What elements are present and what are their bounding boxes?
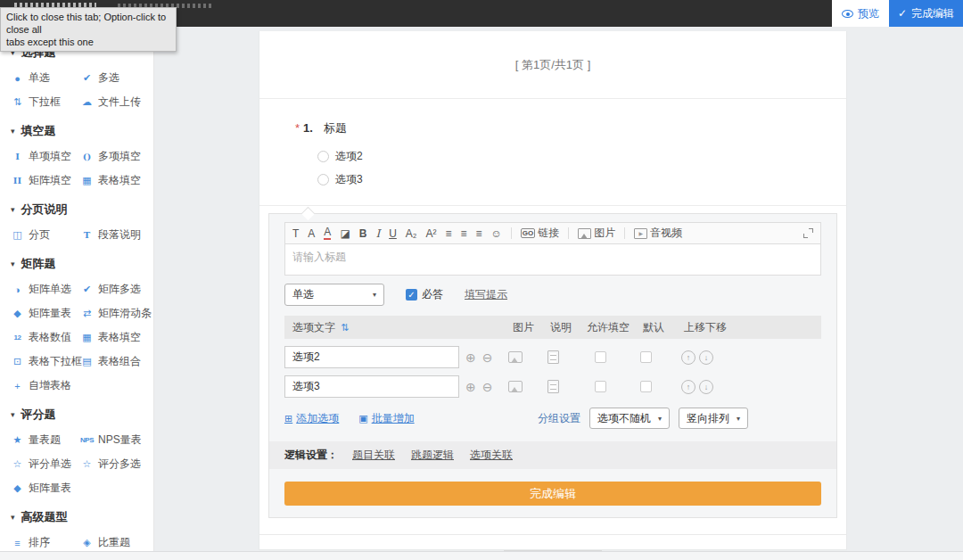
option-random-select[interactable]: 选项不随机 ▾ [589,408,670,429]
radio-icon[interactable] [317,151,329,162]
batch-add-link[interactable]: ▣ 批量增加 [358,411,414,426]
finish-edit-button-top[interactable]: ✓ 完成编辑 [889,0,963,27]
sidebar-item-matrix-slider[interactable]: ⇄ 矩阵滑动条 [80,306,152,321]
remove-row-icon[interactable]: ⊖ [482,351,493,364]
question-title-input[interactable] [284,243,821,276]
sidebar-item-table-dropdown[interactable]: ⊡ 表格下拉框 [11,354,78,369]
sidebar-item-sort[interactable]: ≡ 排序 [11,535,78,550]
bold-icon[interactable]: B [359,228,367,239]
table-blank-icon: ▦ [80,175,94,186]
fill-hint-link[interactable]: 填写提示 [465,287,507,302]
section-header-page[interactable]: ▾ 分页说明 [11,202,144,218]
move-down-icon[interactable]: ↓ [699,350,713,365]
sidebar-item-matrix-scale[interactable]: ◆ 矩阵量表 [11,306,78,321]
sidebar-item-matrix-multi[interactable]: ✔ 矩阵多选 [80,282,152,297]
sidebar-item-paragraph-note[interactable]: T 段落说明 [80,227,144,243]
option-layout-select[interactable]: 竖向排列 ▾ [679,408,748,429]
add-row-icon[interactable]: ⊕ [465,381,476,393]
italic-icon[interactable]: I [375,228,380,239]
options-table-header: 选项文字 ⇅ 图片 说明 允许填空 默认 上移下移 [284,316,821,339]
default-checkbox[interactable] [640,381,652,392]
text-format-icon[interactable]: T [292,228,299,239]
allow-fill-checkbox[interactable] [595,381,606,392]
font-color-icon[interactable]: A [324,226,331,240]
align-left-icon[interactable]: ≡ [445,228,451,239]
sidebar-item-matrix-single[interactable]: ◑ 矩阵单选 [11,282,78,297]
skip-logic-link[interactable]: 跳题逻辑 [411,448,454,463]
question-type-select[interactable]: 单选 ▾ [284,284,384,306]
preview-button[interactable]: 预览 [832,0,889,27]
remove-row-icon[interactable]: ⊖ [482,381,493,393]
fullscreen-icon[interactable] [803,228,813,238]
sidebar-item-label: 表格填空 [98,173,141,188]
option-desc-icon[interactable] [547,380,559,393]
checked-checkbox-icon[interactable]: ✓ [406,289,417,301]
option-text-input[interactable] [284,346,459,368]
sidebar-item-single-blank[interactable]: I 单项填空 [11,149,78,164]
sidebar-item-table-combo[interactable]: ▤ 表格组合 [80,354,152,369]
move-down-icon[interactable]: ↓ [699,380,713,394]
option-label: 选项2 [335,149,363,164]
finish-edit-button[interactable]: 完成编辑 [284,482,821,506]
section-header-advanced[interactable]: ▾ 高级题型 [11,509,144,525]
required-checkbox-label: 必答 [422,287,443,302]
highlight-color-icon[interactable]: ◪ [340,228,350,239]
sidebar-item-weight[interactable]: ◈ 比重题 [80,535,144,550]
sidebar-item-single-choice[interactable]: ● 单选 [11,70,78,86]
sidebar-item-matrix-scale[interactable]: ◆ 矩阵量表 [11,481,78,496]
sidebar-item-file-upload[interactable]: ☁ 文件上传 [80,95,144,110]
sidebar-item-nps-scale[interactable]: NPS NPS量表 [80,432,144,448]
multi-blank-icon: () [80,152,94,161]
sidebar-item-page-break[interactable]: ◫ 分页 [11,227,78,243]
option-text-input[interactable] [284,375,459,398]
sidebar-item-table-numeric[interactable]: 12 表格数值 [11,330,78,345]
sidebar-item-multi-blank[interactable]: () 多项填空 [80,149,144,164]
radio-icon[interactable] [317,174,329,185]
single-choice-icon: ● [11,73,24,84]
question-relation-link[interactable]: 题目关联 [352,448,395,463]
option-image-icon[interactable] [508,351,523,363]
section-header-matrix[interactable]: ▾ 矩阵题 [11,256,144,272]
add-row-icon[interactable]: ⊕ [465,351,476,364]
add-option-link[interactable]: ⊞ 添加选项 [284,411,339,426]
font-size-icon[interactable]: A [308,228,315,239]
move-up-icon[interactable]: ↑ [681,350,696,365]
question-option[interactable]: 选项3 [317,172,846,187]
option-desc-icon[interactable] [547,350,559,364]
section-header-blank[interactable]: ▾ 填空题 [11,123,144,139]
question-option[interactable]: 选项2 [317,149,846,164]
star-outline-icon: ☆ [11,458,24,470]
option-relation-link[interactable]: 选项关联 [470,448,513,463]
sidebar-item-score-single[interactable]: ☆ 评分单选 [11,457,78,472]
sidebar-item-auto-table[interactable]: + 自增表格 [11,378,78,393]
sidebar-item-label: 单选 [29,70,50,86]
insert-image-button[interactable]: 图片 [578,226,615,241]
insert-media-button[interactable]: ▶ 音视频 [634,226,682,241]
sidebar-item-matrix-blank[interactable]: II 矩阵填空 [11,173,78,188]
group-settings-link[interactable]: 分组设置 [538,411,580,426]
column-header-move: 上移下移 [672,320,738,335]
sidebar-item-dropdown[interactable]: ⇅ 下拉框 [11,95,78,110]
image-icon [578,228,591,239]
allow-fill-checkbox[interactable] [595,351,606,363]
sidebar-item-multi-choice[interactable]: ✔ 多选 [80,70,144,86]
question-preview[interactable]: * 1. 标题 选项2 选项3 [259,99,846,206]
align-center-icon[interactable]: ≡ [461,228,467,239]
chevron-down-icon: ▾ [737,415,740,423]
sidebar-item-score-multi[interactable]: ☆ 评分多选 [80,457,144,472]
superscript-icon[interactable]: A² [425,228,436,239]
insert-link-button[interactable]: GO 链接 [521,226,559,241]
sidebar-item-scale-question[interactable]: ★ 量表题 [11,432,78,448]
section-header-rating[interactable]: ▾ 评分题 [11,407,144,423]
align-right-icon[interactable]: ≡ [476,228,482,239]
option-image-icon[interactable] [508,381,523,392]
move-up-icon[interactable]: ↑ [681,380,696,394]
default-checkbox[interactable] [640,351,652,363]
sidebar-item-table-blank[interactable]: ▦ 表格填空 [80,330,152,345]
emoji-icon[interactable]: ☺ [491,228,502,239]
required-checkbox[interactable]: ✓ 必答 [406,287,443,302]
sort-icon[interactable]: ⇅ [341,322,349,334]
underline-icon[interactable]: U [389,228,397,239]
subscript-icon[interactable]: A₂ [406,228,417,239]
sidebar-item-table-blank[interactable]: ▦ 表格填空 [80,173,144,188]
